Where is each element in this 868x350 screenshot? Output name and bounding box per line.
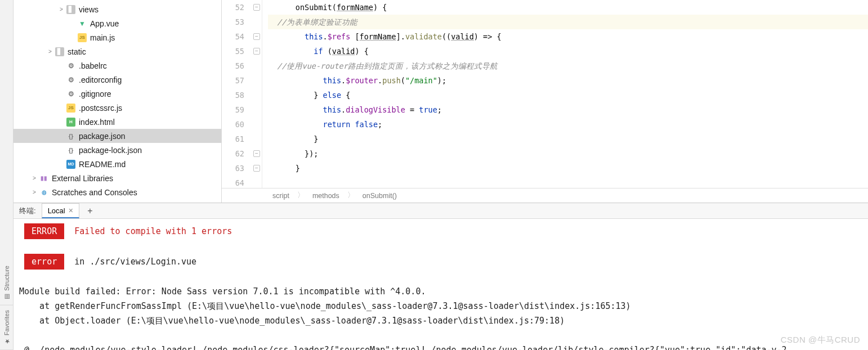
fold-icon[interactable]: − [253, 165, 260, 172]
toolwindow-favorites[interactable]: ★ Favorites [0, 306, 13, 350]
line-number: 55 [222, 44, 244, 59]
close-icon[interactable]: × [69, 206, 73, 215]
tree-item[interactable]: >▋static [14, 44, 221, 59]
terminal-tab-local[interactable]: Local × [42, 203, 79, 218]
code-line[interactable]: } else { [268, 88, 868, 102]
terminal-output[interactable]: ERROR Failed to compile with 1 errors er… [14, 219, 868, 350]
code-line[interactable]: return false; [268, 117, 868, 132]
folder-icon: ▋ [66, 5, 75, 14]
chevron-icon [57, 104, 65, 112]
chevron-icon [57, 76, 65, 84]
editor-code[interactable]: onSubmit(formName) { //为表单绑定验证功能 this.$r… [262, 0, 868, 188]
line-number: 61 [222, 132, 244, 146]
fold-icon[interactable]: − [253, 150, 260, 157]
breadcrumb-item[interactable]: methods [312, 192, 339, 200]
code-line[interactable] [268, 176, 868, 188]
terminal-line: error in ./src/views/Login.vue [19, 254, 862, 270]
line-number: 59 [222, 102, 244, 117]
tree-item[interactable]: JSmain.js [14, 30, 221, 44]
tree-item-label: .babelrc [79, 61, 107, 70]
breadcrumb-item[interactable]: onSubmit() [363, 192, 397, 200]
vue-icon: ▼ [78, 19, 87, 28]
chevron-icon [57, 118, 65, 126]
tree-item-label: Scratches and Consoles [52, 188, 137, 197]
code-line[interactable]: } [268, 132, 868, 146]
tree-item-label: App.vue [90, 19, 119, 28]
tree-item-label: static [68, 47, 86, 56]
scratch-icon: ◍ [39, 188, 48, 197]
code-line[interactable]: this.$router.push("/main"); [268, 73, 868, 88]
code-line[interactable]: }); [268, 146, 868, 161]
tree-item-label: External Libraries [52, 174, 113, 183]
tree-item[interactable]: Hindex.html [14, 115, 221, 129]
terminal-tabstrip: 终端: Local × + [14, 203, 868, 219]
chevron-icon[interactable]: > [30, 174, 38, 182]
cfg-icon: ⚙ [66, 89, 75, 98]
code-line[interactable]: //使用vue-router路由到指定页面，该方式称之为编程式导航 [268, 59, 868, 73]
terminal-title: 终端: [19, 206, 36, 216]
favorites-label: Favorites [3, 310, 10, 335]
line-number: 64 [222, 176, 244, 188]
tree-item[interactable]: MDREADME.md [14, 157, 221, 171]
terminal-line: at getRenderFuncFromSassImpl (E:\项目\vue\… [19, 299, 862, 313]
lib-icon: ▮▮ [39, 174, 48, 183]
code-line[interactable]: } [268, 161, 868, 176]
project-tree[interactable]: >▋views▼App.vueJSmain.js>▋static⚙.babelr… [14, 0, 222, 203]
js-icon: JS [66, 104, 75, 113]
tree-item[interactable]: >▮▮External Libraries [14, 171, 221, 185]
terminal-line [19, 239, 862, 254]
line-number: 54 [222, 29, 244, 44]
cfg-icon: ⚙ [66, 61, 75, 70]
code-line[interactable]: this.$refs [formName].validate((valid) =… [268, 29, 868, 44]
terminal-add-tab[interactable]: + [83, 204, 97, 218]
terminal-panel[interactable]: 终端: Local × + ERROR Failed to compile wi… [14, 203, 868, 350]
structure-label: Structure [3, 266, 10, 291]
favorites-icon: ★ [3, 338, 10, 345]
cfg-icon: ⚙ [66, 75, 75, 84]
folder-icon: ▋ [55, 47, 64, 56]
tree-item[interactable]: ▼App.vue [14, 16, 221, 30]
tree-item[interactable]: ⚙.editorconfig [14, 73, 221, 87]
chevron-icon[interactable]: > [46, 48, 54, 56]
chevron-icon [57, 146, 65, 154]
chevron-icon[interactable]: > [57, 6, 65, 14]
tree-item-label: .gitignore [79, 89, 111, 98]
line-number: 57 [222, 73, 244, 88]
line-number: 52 [222, 0, 244, 15]
terminal-line [19, 328, 862, 343]
terminal-line: ERROR Failed to compile with 1 errors [19, 223, 862, 239]
fold-icon[interactable]: − [253, 48, 260, 55]
tree-item-label: package.json [79, 132, 126, 141]
editor-fold-gutter[interactable]: −−−−− [251, 0, 262, 188]
fold-icon[interactable]: − [253, 4, 260, 11]
terminal-line: Module build failed: Error: Node Sass ve… [19, 284, 862, 299]
breadcrumb-item[interactable]: script [272, 192, 289, 200]
code-line[interactable]: this.dialogVisible = true; [268, 102, 868, 117]
tree-item-label: package-lock.json [79, 146, 142, 155]
code-line[interactable]: //为表单绑定验证功能 [268, 15, 868, 29]
tree-item[interactable]: ⚙.babelrc [14, 59, 221, 73]
code-line[interactable]: onSubmit(formName) { [268, 0, 868, 15]
chevron-right-icon: 〉 [297, 191, 305, 200]
tree-item[interactable]: >◍Scratches and Consoles [14, 185, 221, 199]
tree-item-label: .postcssrc.js [79, 104, 122, 113]
tree-item-label: .editorconfig [79, 75, 122, 84]
md-icon: MD [66, 160, 75, 169]
code-line[interactable]: if (valid) { [268, 44, 868, 59]
tree-item[interactable]: ⚙.gitignore [14, 87, 221, 101]
tree-item[interactable]: {}package-lock.json [14, 143, 221, 157]
line-number: 60 [222, 117, 244, 132]
toolwindow-structure[interactable]: ▥ Structure [0, 261, 13, 306]
tree-item-label: views [79, 5, 99, 14]
tree-item[interactable]: {}package.json [14, 129, 221, 143]
chevron-icon [69, 20, 77, 28]
terminal-tab-label: Local [48, 207, 65, 215]
code-editor[interactable]: 52535455565758596061626364 −−−−− onSubmi… [222, 0, 868, 203]
tree-item[interactable]: >▋views [14, 2, 221, 16]
editor-breadcrumb[interactable]: script〉methods〉onSubmit() [222, 188, 868, 203]
chevron-icon[interactable]: > [30, 189, 38, 196]
tree-item[interactable]: JS.postcssrc.js [14, 101, 221, 115]
terminal-line: @ /node_modules/vue-style-loader! /node_… [19, 343, 862, 350]
fold-icon[interactable]: − [253, 33, 260, 40]
json-icon: {} [66, 146, 75, 155]
